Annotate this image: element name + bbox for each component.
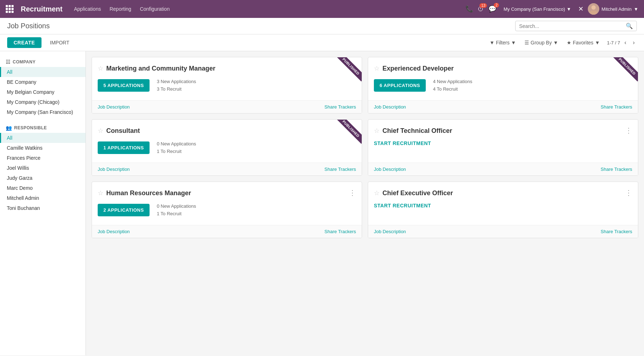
sidebar-company-be[interactable]: BE Company [0,77,86,87]
sidebar-company-sf[interactable]: My Company (San Francisco) [0,107,86,117]
applications-button[interactable]: 6 APPLICATIONS [374,79,426,92]
card-menu-icon[interactable]: ⋮ [349,189,356,196]
card-menu-icon[interactable]: ⋮ [625,64,632,72]
card-stats: START RECRUITMENT [374,140,632,146]
app-stats: 0 New Applications 1 To Recruit [157,203,196,218]
card-menu-icon[interactable]: ⋮ [349,64,356,72]
applications-button[interactable]: 1 APPLICATIONS [98,141,150,154]
search-icon[interactable]: 🔍 [626,23,633,29]
nav-applications[interactable]: Applications [74,6,101,12]
phone-icon[interactable]: 📞 [465,5,473,13]
share-trackers-link[interactable]: Share Trackers [601,229,632,234]
star-icon[interactable]: ☆ [98,189,103,197]
sidebar-responsible-toni[interactable]: Toni Buchanan [0,203,86,213]
sidebar-responsible-marc[interactable]: Marc Demo [0,183,86,193]
applications-button[interactable]: 2 APPLICATIONS [98,204,150,216]
star-icon[interactable]: ☆ [98,64,103,72]
card-title-row: ☆ Marketing and Community Manager [98,64,215,72]
search-input[interactable] [519,23,626,29]
card-title: Chief Executive Officer [382,189,453,197]
filter-icon: ▼ [489,40,494,45]
company-icon: ☷ [6,59,11,65]
star-icon[interactable]: ☆ [374,127,380,135]
create-button[interactable]: CREATE [7,37,42,48]
favorites-button[interactable]: ★ Favorites ▼ [564,38,602,47]
user-name: Mitchell Admin [601,6,631,12]
card-stats: 2 APPLICATIONS 0 New Applications 1 To R… [98,203,356,218]
job-description-link[interactable]: Job Description [374,229,406,234]
card-title: Human Resources Manager [106,189,191,197]
sidebar-responsible-camille[interactable]: Camille Watkins [0,143,86,153]
job-description-link[interactable]: Job Description [98,167,130,172]
to-recruit: 1 To Recruit [157,210,196,218]
share-trackers-link[interactable]: Share Trackers [601,167,632,172]
card-title: Chief Technical Officer [382,127,452,135]
card-stats: 6 APPLICATIONS 4 New Applications 4 To R… [374,78,632,93]
card-stats: 5 APPLICATIONS 3 New Applications 3 To R… [98,78,356,93]
responsible-group: 👥 RESPONSIBLE All Camille Watkins France… [0,123,86,213]
sidebar-company-all[interactable]: All [0,67,86,77]
start-recruitment-button[interactable]: START RECRUITMENT [374,203,431,208]
card-footer: Job Description Share Trackers [368,163,638,175]
page-header: Job Positions 🔍 [0,18,644,34]
share-trackers-link[interactable]: Share Trackers [325,167,356,172]
favorites-icon: ★ [567,40,571,45]
card-body: ☆ Marketing and Community Manager ⋮ 5 AP… [92,57,362,100]
sidebar-responsible-joel[interactable]: Joel Willis [0,163,86,173]
job-description-link[interactable]: Job Description [374,167,406,172]
groupby-button[interactable]: ☰ Group By ▼ [522,38,561,47]
filters-dropdown-icon: ▼ [511,40,516,45]
activities-icon[interactable]: ⏱ 13 [478,5,484,13]
star-icon[interactable]: ☆ [98,127,103,135]
groupby-icon: ☰ [525,40,529,45]
brand-title: Recruitment [21,5,63,13]
sidebar-responsible-judy[interactable]: Judy Garza [0,173,86,183]
card-title-row: ☆ Consultant [98,127,140,135]
filters-button[interactable]: ▼ Filters ▼ [487,38,519,47]
job-card-1: PUBLISHED ☆ Marketing and Community Mana… [92,57,362,114]
job-description-link[interactable]: Job Description [374,104,406,110]
sidebar-company-belgian[interactable]: My Belgian Company [0,87,86,97]
next-page-button[interactable]: › [631,39,637,47]
start-recruitment-button[interactable]: START RECRUITMENT [374,140,431,146]
card-menu-icon[interactable]: ⋮ [625,189,632,196]
nav-configuration[interactable]: Configuration [140,6,170,12]
to-recruit: 4 To Recruit [433,86,472,93]
job-description-link[interactable]: Job Description [98,104,130,110]
close-icon[interactable]: ✕ [578,5,584,13]
card-menu-icon[interactable]: ⋮ [625,127,632,134]
applications-button[interactable]: 5 APPLICATIONS [98,79,150,92]
star-icon[interactable]: ☆ [374,189,380,197]
card-menu-icon[interactable]: ⋮ [349,127,356,134]
apps-icon[interactable] [6,5,14,13]
job-card-5: ☆ Human Resources Manager ⋮ 2 APPLICATIO… [92,182,362,238]
nav-links: Applications Reporting Configuration [74,6,460,12]
activities-badge: 13 [479,3,487,8]
job-card-6: ☆ Chief Executive Officer ⋮ START RECRUI… [368,182,638,238]
star-icon[interactable]: ☆ [374,64,380,72]
sidebar-responsible-all[interactable]: All [0,133,86,143]
sidebar-responsible-frances[interactable]: Frances Pierce [0,153,86,163]
share-trackers-link[interactable]: Share Trackers [325,104,356,110]
import-button[interactable]: IMPORT [46,37,74,48]
user-dropdown-icon: ▼ [634,6,638,12]
messages-icon[interactable]: 💬 2 [488,5,496,13]
nav-reporting[interactable]: Reporting [109,6,131,12]
new-apps: 3 New Applications [157,78,196,86]
sidebar-responsible-mitchell[interactable]: Mitchell Admin [0,193,86,203]
prev-page-button[interactable]: ‹ [622,39,628,47]
app-stats: 0 New Applications 1 To Recruit [157,140,196,155]
company-selector[interactable]: My Company (San Francisco) ▼ [501,5,574,13]
user-menu[interactable]: Mitchell Admin ▼ [588,3,638,15]
share-trackers-link[interactable]: Share Trackers [601,104,632,110]
card-title-row: ☆ Experienced Developer [374,64,454,72]
new-apps: 4 New Applications [433,78,472,86]
company-name: My Company (San Francisco) [503,6,565,12]
card-title: Marketing and Community Manager [106,65,215,72]
app-stats: 4 New Applications 4 To Recruit [433,78,472,93]
card-grid: PUBLISHED ☆ Marketing and Community Mana… [92,57,638,238]
share-trackers-link[interactable]: Share Trackers [325,229,356,234]
job-description-link[interactable]: Job Description [98,229,130,234]
sidebar-company-chicago[interactable]: My Company (Chicago) [0,97,86,107]
card-footer: Job Description Share Trackers [92,225,362,238]
